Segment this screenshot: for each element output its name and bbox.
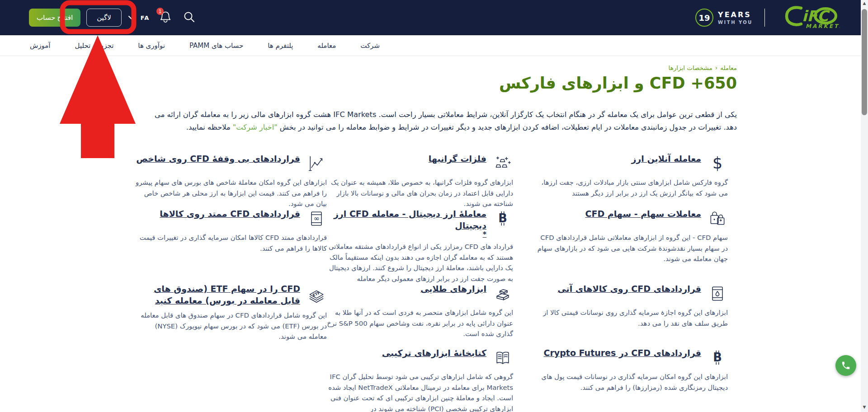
- card-commodity-futures: قراردادهای CFD روی کالاهای آتی ابزارهای …: [537, 283, 728, 347]
- card-etf-cfd: ETF CFD را در سهام ETF (صندوق های قابل م…: [136, 283, 327, 347]
- card-continuous-cfd: ∞ قراردادهای CFD ممتد روی کالاها قرارداد…: [136, 208, 327, 283]
- card-stocks: معاملات سهام - سهام CFD سهام CFD - این گ…: [537, 208, 728, 283]
- scrollbar-thumb[interactable]: [862, 9, 867, 115]
- breadcrumb-separator: ‹: [715, 64, 717, 71]
- instrument-link[interactable]: معاملهٔ ارز دیجیتال - معامله CFD ارز دیج…: [327, 208, 486, 231]
- instrument-desc: ابزارهای گروه فلزات گرانبها، به خصوص طلا…: [327, 177, 513, 209]
- login-button[interactable]: لاگین: [86, 9, 122, 27]
- nav-item-pamm[interactable]: حساب های PAMM: [189, 42, 243, 50]
- card-index-cfd: قراردادهای بی وقفهٔ CFD روی شاخص ابزارها…: [136, 153, 327, 208]
- line-chart-icon: [306, 153, 327, 173]
- barrel-infinity-icon: ∞: [306, 208, 327, 229]
- intro-text-2: ملاحظه نمایید.: [186, 123, 233, 131]
- years-label: YEARS: [718, 10, 753, 19]
- call-button[interactable]: [835, 355, 856, 376]
- svg-text:B: B: [713, 351, 722, 364]
- instrument-desc: سهام CFD - این گروه از ابزارهای معاملاتی…: [537, 232, 728, 264]
- scroll-down-arrow[interactable]: ▼: [861, 405, 868, 411]
- instrument-link[interactable]: ابزارهای طلایی: [420, 283, 486, 295]
- search-icon: [183, 11, 195, 23]
- instrument-desc: ابزارهای این گروه امکان معاملهٔ شاخص های…: [136, 177, 327, 209]
- scroll-up-arrow[interactable]: ▲: [861, 1, 868, 7]
- svg-text:B: B: [498, 211, 507, 225]
- instrument-link[interactable]: فلزات گرانبها: [429, 153, 486, 164]
- card-composite-library: کتابخانهٔ ابزارهای ترکیبی گروهی که شامل …: [327, 347, 513, 412]
- instrument-link[interactable]: قراردادهای CFD در Crypto Futures: [544, 347, 701, 359]
- years-badge: 19 YEARS WITH YOU: [695, 9, 753, 27]
- search-button[interactable]: [183, 11, 195, 24]
- company-news-link[interactable]: "اخبار شرکت": [233, 123, 278, 131]
- main-nav: آموزش تجزیه و تحلیل نوآوری ها حساب های P…: [0, 35, 868, 56]
- header: افتتاح حساب لاگین FA 1 19 YEARS WITH YOU: [0, 0, 868, 35]
- instrument-link[interactable]: کتابخانهٔ ابزارهای ترکیبی: [382, 347, 486, 359]
- instrument-desc: گروهی که شامل ابزارهای ترکیبی می شود توس…: [327, 371, 513, 412]
- with-you-label: WITH YOU: [718, 20, 753, 25]
- svg-text:∞: ∞: [314, 215, 320, 223]
- title-asterisk: *: [327, 231, 513, 238]
- instrument-link[interactable]: معامله آنلاین ارز: [631, 153, 701, 164]
- nav-item-analysis[interactable]: تجزیه و تحلیل: [75, 42, 114, 50]
- instrument-desc: قرارداد های CFD رمزارز یکی از انواع قرار…: [327, 241, 513, 284]
- bitcoin-icon: B: [492, 208, 513, 229]
- card-gold-instruments: ابزارهای طلایی این گروه شامل ابزارهای من…: [327, 283, 513, 347]
- chevron-down-icon[interactable]: [128, 16, 135, 19]
- instrument-desc: قراردادهای ممتد CFD کالاها امکان سرمایه …: [136, 232, 327, 253]
- instrument-link[interactable]: قراردادهای CFD ممتد روی کالاها: [160, 208, 300, 220]
- page-title: CFD +650 و ابزارهای فارکس: [499, 74, 737, 92]
- phone-icon: [841, 360, 851, 370]
- years-number: 19: [695, 9, 713, 27]
- open-account-button[interactable]: افتتاح حساب: [29, 9, 80, 27]
- instrument-desc: گروه فارکس شامل ابزارهای سنتی بازار مباد…: [537, 177, 728, 198]
- gold-bars-icon: [492, 283, 513, 304]
- nav-item-company[interactable]: شرکت: [360, 42, 380, 50]
- header-brand: 19 YEARS WITH YOU iFC MARKETS: [695, 0, 840, 35]
- instrument-link[interactable]: قراردادهای CFD روی کالاهای آتی: [557, 283, 701, 295]
- instrument-groups-grid: $ معامله آنلاین ارز گروه فارکس شامل ابزا…: [136, 153, 728, 412]
- svg-text:$: $: [712, 154, 722, 172]
- breadcrumb: معامله‹مشخصات ابزارها: [669, 64, 737, 71]
- card-crypto-cfd: B معاملهٔ ارز دیجیتال - معامله CFD ارز د…: [327, 208, 513, 283]
- open-book-icon: [492, 347, 513, 368]
- dollar-icon: $: [707, 153, 728, 173]
- language-selector[interactable]: FA: [141, 14, 149, 21]
- nav-item-education[interactable]: آموزش: [30, 42, 51, 50]
- instrument-link[interactable]: CFD را در سهام ETF (صندوق های قابل معامل…: [136, 283, 300, 306]
- instrument-desc: ابزارهای این گروه امکان سرمایه گذاری در …: [537, 371, 728, 393]
- nav-item-platforms[interactable]: پلتفرم ها: [268, 42, 293, 50]
- card-crypto-futures: B قراردادهای CFD در Crypto Futures ابزار…: [537, 347, 728, 412]
- card-forex: $ معامله آنلاین ارز گروه فارکس شامل ابزا…: [537, 153, 728, 208]
- notifications-button[interactable]: 1: [160, 10, 171, 25]
- instrument-desc: این گروه شامل قراردادهای CFD در سهام صند…: [136, 310, 327, 342]
- ifc-markets-logo[interactable]: iFC MARKETS: [777, 4, 840, 31]
- nav-item-trading[interactable]: معامله: [317, 42, 336, 50]
- header-divider: [764, 9, 765, 27]
- breadcrumb-page: مشخصات ابزارها: [669, 64, 712, 71]
- card-precious-metals: فلزات گرانبها ابزارهای گروه فلزات گرانبه…: [327, 153, 513, 208]
- etf-stack-icon: ETF: [306, 283, 327, 304]
- oil-barrel-icon: [707, 283, 728, 304]
- scrollbar: ▲ ▼: [861, 0, 868, 412]
- instrument-link[interactable]: معاملات سهام - سهام CFD: [585, 208, 701, 220]
- instrument-link[interactable]: قراردادهای بی وقفهٔ CFD روی شاخص: [136, 153, 300, 164]
- breadcrumb-section[interactable]: معامله: [720, 64, 737, 71]
- precious-metals-icon: [492, 153, 513, 173]
- instrument-desc: این گروه شامل ابزارهای منحصر به فردی است…: [327, 307, 513, 339]
- bitcoin-icon: B: [707, 347, 728, 368]
- nav-item-innovations[interactable]: نوآوری ها: [138, 42, 165, 50]
- shopping-bags-icon: [707, 208, 728, 229]
- intro-paragraph: یکی از قطعی ترین عوامل برای یک معامله گر…: [151, 108, 737, 133]
- instrument-desc: ابزارهای این گروه اجازهٔ سرمایه گذاری رو…: [537, 307, 728, 328]
- header-actions: افتتاح حساب لاگین FA 1: [29, 0, 195, 35]
- logo-markets-text: MARKETS: [806, 23, 840, 29]
